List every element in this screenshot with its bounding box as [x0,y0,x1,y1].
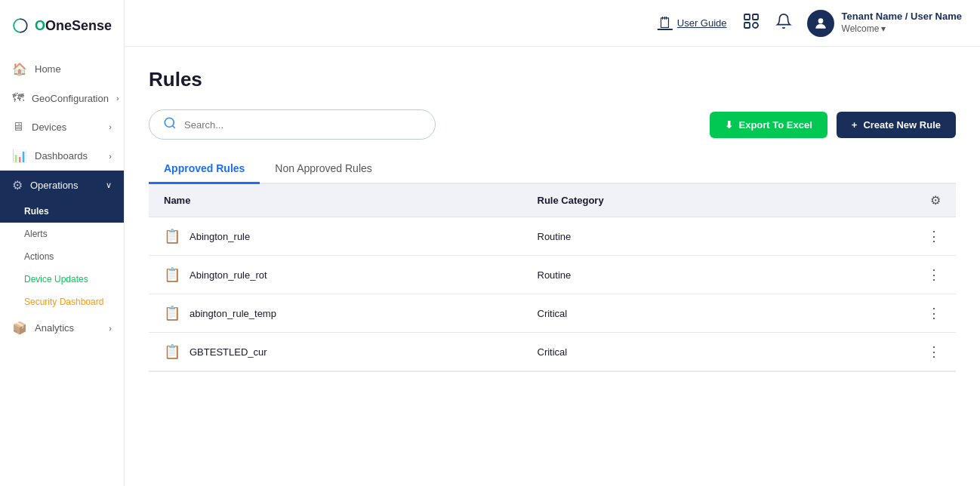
svg-rect-2 [744,23,750,28]
tab-approved-rules[interactable]: Approved Rules [149,155,260,184]
column-header-name: Name [164,195,538,206]
logo-icon [12,12,29,39]
sidebar-sub-label: Security Dashboard [24,297,103,307]
user-info: Tenant Name / User Name Welcome ▾ [842,11,962,35]
bell-icon[interactable] [775,13,792,33]
chevron-right-icon: › [109,152,112,161]
home-icon: 🏠 [12,62,27,76]
svg-point-5 [165,118,174,127]
sidebar-item-geoconfiguration[interactable]: 🗺 GeoConfiguration › [0,84,124,112]
topbar-user: Tenant Name / User Name Welcome ▾ [807,10,962,37]
rule-doc-icon: 📋 [164,228,180,245]
settings-icon[interactable]: ⚙ [911,193,941,208]
row-category: Routine [538,269,911,281]
topbar: 🗒 User Guide [125,0,980,47]
sidebar-item-alerts[interactable]: Alerts [0,223,124,245]
row-name: 📋 abington_rule_temp [164,305,538,321]
sidebar-sub-label: Device Updates [24,274,88,285]
sidebar-item-device-updates[interactable]: Device Updates [0,268,124,291]
dashboards-icon: 📊 [12,149,27,163]
logo-text: OOneSense [35,18,112,34]
sidebar-sub-label: Actions [24,251,54,262]
sidebar-item-rules[interactable]: Rules [0,200,124,223]
svg-point-4 [818,18,823,23]
avatar [807,10,834,37]
operations-icon: ⚙ [12,178,23,192]
plus-icon: + [852,119,858,131]
svg-rect-1 [753,14,758,20]
scanner-icon[interactable] [742,12,760,34]
sidebar-item-dashboards[interactable]: 📊 Dashboards › [0,141,124,171]
button-group: ⬇ Export To Excel + Create New Rule [710,112,956,138]
row-name: 📋 Abington_rule [164,228,538,245]
row-category: Critical [538,346,911,358]
chevron-down-icon: ∨ [106,180,112,190]
table-header: Name Rule Category ⚙ [149,184,956,217]
sidebar-item-label: Devices [32,122,66,133]
row-actions-menu[interactable]: ⋮ [911,228,941,245]
rule-doc-icon: 📋 [164,266,180,283]
analytics-icon: 📦 [12,321,27,335]
user-guide-label: User Guide [677,17,727,29]
rule-doc-icon: 📋 [164,343,180,360]
row-category: Routine [538,231,911,242]
document-icon: 🗒 [658,14,673,32]
tabs: Approved Rules Non Approved Rules [149,155,956,184]
sidebar-item-actions[interactable]: Actions [0,245,124,268]
sidebar-sub-label: Rules [24,206,49,217]
table-row[interactable]: 📋 GBTESTLED_cur Critical ⋮ [149,333,956,371]
row-name: 📋 Abington_rule_rot [164,266,538,283]
svg-rect-0 [744,14,750,20]
column-header-rule-category: Rule Category [538,195,911,206]
table-row[interactable]: 📋 Abington_rule Routine ⋮ [149,217,956,256]
chevron-right-icon: › [116,94,119,103]
row-category: Critical [538,308,911,319]
search-input[interactable] [184,119,421,131]
devices-icon: 🖥 [12,120,24,134]
sidebar-item-label: Home [35,63,61,75]
sidebar-sub-label: Alerts [24,229,48,239]
search-box [149,109,436,140]
chevron-down-icon: ▾ [881,23,886,35]
sidebar-item-label: Analytics [35,322,74,334]
row-actions-menu[interactable]: ⋮ [911,266,941,283]
row-actions-menu[interactable]: ⋮ [911,343,941,360]
user-guide-link[interactable]: 🗒 User Guide [658,14,727,32]
sidebar-item-label: Operations [30,180,79,191]
download-icon: ⬇ [725,119,733,131]
table-bottom-divider [149,371,956,372]
page-title: Rules [149,68,956,91]
svg-point-3 [753,23,758,28]
row-name: 📋 GBTESTLED_cur [164,343,538,360]
toolbar: ⬇ Export To Excel + Create New Rule [149,109,956,140]
sidebar-item-label: Dashboards [35,150,88,161]
row-actions-menu[interactable]: ⋮ [911,305,941,321]
export-to-excel-button[interactable]: ⬇ Export To Excel [710,112,827,138]
sidebar-item-analytics[interactable]: 📦 Analytics › [0,313,124,343]
sidebar-item-security-dashboard[interactable]: Security Dashboard [0,291,124,313]
sidebar-nav: 🏠 Home 🗺 GeoConfiguration › 🖥 Devices › … [0,48,124,486]
table-row[interactable]: 📋 Abington_rule_rot Routine ⋮ [149,256,956,294]
sidebar-item-devices[interactable]: 🖥 Devices › [0,112,124,141]
sidebar-item-operations[interactable]: ⚙ Operations ∨ [0,171,124,200]
main-content: Rules ⬇ Export To Excel + [125,47,980,486]
svg-line-6 [172,125,174,128]
chevron-right-icon: › [109,122,112,131]
sidebar-item-label: GeoConfiguration [32,93,109,104]
tab-non-approved-rules[interactable]: Non Approved Rules [260,155,387,184]
main-wrapper: 🗒 User Guide [125,0,980,486]
create-new-rule-button[interactable]: + Create New Rule [837,112,956,138]
sidebar: OOneSense 🏠 Home 🗺 GeoConfiguration › 🖥 … [0,0,125,486]
chevron-right-icon: › [109,324,112,333]
geoconfiguration-icon: 🗺 [12,91,24,105]
sidebar-item-home[interactable]: 🏠 Home [0,54,124,84]
user-name: Tenant Name / User Name [842,11,962,23]
user-welcome: Welcome ▾ [842,23,962,35]
sidebar-logo: OOneSense [0,0,124,48]
rule-doc-icon: 📋 [164,305,180,321]
table-row[interactable]: 📋 abington_rule_temp Critical ⋮ [149,294,956,333]
search-icon [163,116,177,133]
